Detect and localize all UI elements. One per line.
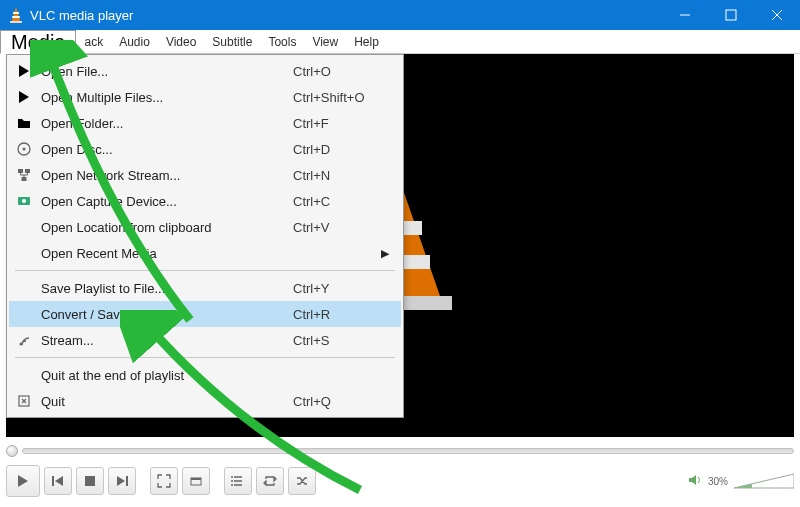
play-button[interactable] [6, 465, 40, 497]
quit-icon [13, 394, 35, 408]
menu-quit[interactable]: Quit Ctrl+Q [9, 388, 401, 414]
play-file-icon [13, 64, 35, 78]
menu-open-folder-shortcut: Ctrl+F [283, 116, 393, 131]
menu-open-disc[interactable]: Open Disc... Ctrl+D [9, 136, 401, 162]
menu-convert-save-label: Convert / Save... [35, 307, 283, 322]
extended-settings-button[interactable] [182, 467, 210, 495]
menu-convert-save[interactable]: Convert / Save... Ctrl+R [9, 301, 401, 327]
menu-quit-shortcut: Ctrl+Q [283, 394, 393, 409]
menu-subtitle[interactable]: Subtitle [204, 30, 260, 53]
menu-help[interactable]: Help [346, 30, 387, 53]
titlebar: VLC media player [0, 0, 800, 30]
minimize-button[interactable] [662, 0, 708, 30]
stream-icon [13, 333, 35, 347]
window-controls [662, 0, 800, 30]
folder-icon [13, 116, 35, 130]
seek-handle[interactable] [6, 445, 18, 457]
window-title: VLC media player [30, 8, 133, 23]
menu-open-network-label: Open Network Stream... [35, 168, 283, 183]
submenu-arrow-icon: ▶ [381, 247, 393, 260]
loop-button[interactable] [256, 467, 284, 495]
menu-audio[interactable]: Audio [111, 30, 158, 53]
menu-open-file-shortcut: Ctrl+O [283, 64, 393, 79]
menu-save-playlist-shortcut: Ctrl+Y [283, 281, 393, 296]
menu-open-clipboard[interactable]: Open Location from clipboard Ctrl+V [9, 214, 401, 240]
vlc-cone-icon [8, 7, 24, 23]
menu-open-disc-label: Open Disc... [35, 142, 283, 157]
volume-percent: 30% [708, 476, 728, 487]
menu-open-disc-shortcut: Ctrl+D [283, 142, 393, 157]
speaker-icon [688, 473, 702, 489]
menu-stream-shortcut: Ctrl+S [283, 333, 393, 348]
menu-open-multiple-shortcut: Ctrl+Shift+O [283, 90, 393, 105]
menu-quit-at-end[interactable]: Quit at the end of playlist [9, 362, 401, 388]
menu-open-multiple[interactable]: Open Multiple Files... Ctrl+Shift+O [9, 84, 401, 110]
maximize-button[interactable] [708, 0, 754, 30]
stop-button[interactable] [76, 467, 104, 495]
menu-quit-label: Quit [35, 394, 283, 409]
menu-open-network-shortcut: Ctrl+N [283, 168, 393, 183]
menu-open-file[interactable]: Open File... Ctrl+O [9, 58, 401, 84]
capture-icon [13, 194, 35, 208]
media-menu-dropdown: Open File... Ctrl+O Open Multiple Files.… [6, 54, 404, 418]
playback-controls: 30% [6, 463, 794, 499]
menu-separator [15, 357, 395, 358]
menu-stream[interactable]: Stream... Ctrl+S [9, 327, 401, 353]
menu-open-file-label: Open File... [35, 64, 283, 79]
volume-slider[interactable] [734, 472, 794, 490]
menu-playback-cutoff[interactable]: ack [76, 30, 111, 53]
menu-view[interactable]: View [304, 30, 346, 53]
menu-open-network[interactable]: Open Network Stream... Ctrl+N [9, 162, 401, 188]
menu-tools[interactable]: Tools [260, 30, 304, 53]
menu-open-clipboard-label: Open Location from clipboard [35, 220, 283, 235]
previous-button[interactable] [44, 467, 72, 495]
menu-open-recent[interactable]: Open Recent Media ▶ [9, 240, 401, 266]
play-file-icon [13, 90, 35, 104]
disc-icon [13, 142, 35, 156]
volume-control[interactable]: 30% [688, 472, 794, 490]
svg-marker-30 [734, 474, 794, 488]
menu-separator [15, 270, 395, 271]
shuffle-button[interactable] [288, 467, 316, 495]
menu-media[interactable]: Media [0, 30, 76, 54]
playlist-button[interactable] [224, 467, 252, 495]
menu-open-capture[interactable]: Open Capture Device... Ctrl+C [9, 188, 401, 214]
close-button[interactable] [754, 0, 800, 30]
menu-quit-at-end-label: Quit at the end of playlist [35, 368, 283, 383]
menu-open-folder[interactable]: Open Folder... Ctrl+F [9, 110, 401, 136]
menu-open-capture-shortcut: Ctrl+C [283, 194, 393, 209]
fullscreen-button[interactable] [150, 467, 178, 495]
menu-convert-save-shortcut: Ctrl+R [283, 307, 393, 322]
seek-track[interactable] [22, 448, 794, 454]
menu-open-clipboard-shortcut: Ctrl+V [283, 220, 393, 235]
menu-open-folder-label: Open Folder... [35, 116, 283, 131]
svg-rect-29 [726, 10, 736, 20]
menubar: Media ack Audio Video Subtitle Tools Vie… [0, 30, 800, 54]
menu-open-multiple-label: Open Multiple Files... [35, 90, 283, 105]
next-button[interactable] [108, 467, 136, 495]
menu-stream-label: Stream... [35, 333, 283, 348]
menu-open-recent-label: Open Recent Media [35, 246, 271, 261]
menu-video[interactable]: Video [158, 30, 204, 53]
menu-save-playlist[interactable]: Save Playlist to File... Ctrl+Y [9, 275, 401, 301]
seek-bar[interactable] [6, 443, 794, 459]
menu-save-playlist-label: Save Playlist to File... [35, 281, 283, 296]
network-icon [13, 168, 35, 182]
menu-open-capture-label: Open Capture Device... [35, 194, 283, 209]
